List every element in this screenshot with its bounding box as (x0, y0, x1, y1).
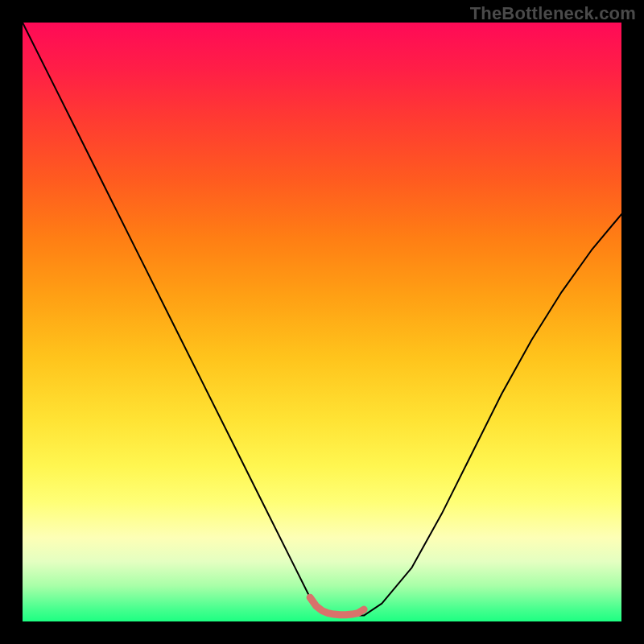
chart-frame: TheBottleneck.com (0, 0, 644, 644)
bottleneck-curve (23, 23, 621, 616)
watermark-text: TheBottleneck.com (470, 3, 636, 24)
highlight-segment (310, 597, 364, 615)
curve-overlay (23, 23, 621, 621)
plot-area (23, 23, 621, 621)
